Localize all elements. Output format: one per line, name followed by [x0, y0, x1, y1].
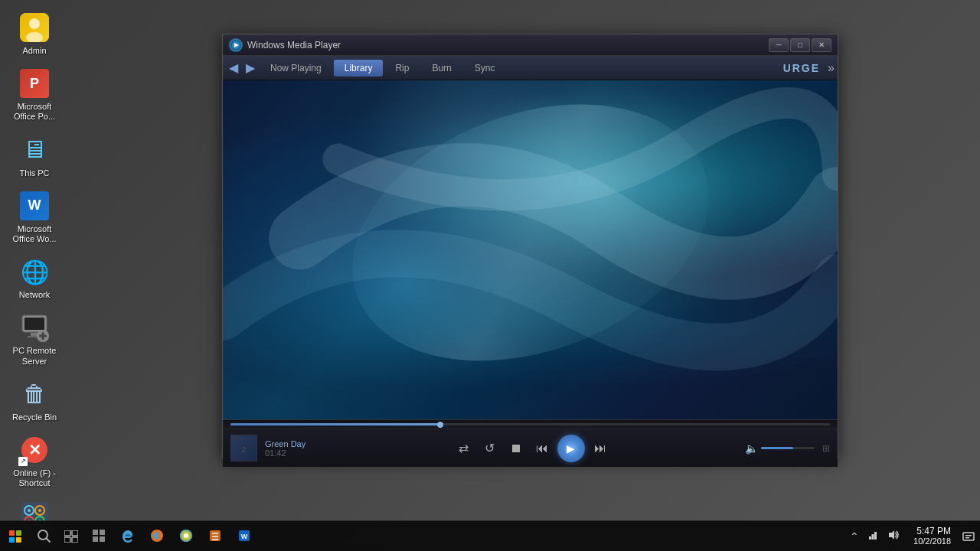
wmp-window-controls: ─ □ ✕	[769, 38, 831, 52]
desktop-icon-network[interactable]: 🌐 Network	[4, 252, 65, 304]
play-button[interactable]: ▶	[557, 435, 585, 462]
aurora-svg	[223, 80, 838, 419]
taskbar-word-button[interactable]: W	[230, 521, 259, 552]
svg-rect-4	[24, 318, 44, 330]
wmp-titlebar: Windows Media Player ─ □ ✕	[223, 34, 838, 56]
recycle-label: Recycle Bin	[12, 412, 57, 422]
desktop-icon-online[interactable]: ✕ ↗ Online (F) - Shortcut	[4, 430, 65, 492]
taskbar-edge-button[interactable]	[113, 521, 142, 552]
start-button[interactable]	[0, 521, 31, 552]
wmp-nav-more[interactable]: »	[828, 61, 835, 75]
taskbar-clock[interactable]: 5:47 PM 10/2/2018	[907, 526, 957, 547]
pcremote-icon	[18, 311, 51, 344]
svg-point-1	[29, 18, 40, 29]
wmp-close-button[interactable]: ✕	[812, 38, 831, 52]
svg-line-27	[46, 538, 50, 542]
taskbar-firefox-button[interactable]	[142, 521, 172, 552]
wmp-visualization	[223, 80, 838, 419]
volume-fill	[761, 447, 793, 449]
wmp-nav-back[interactable]: ◀	[226, 60, 241, 75]
msword-label: Microsoft Office Wo...	[8, 224, 61, 244]
win-quad3	[9, 537, 15, 543]
task-view-button[interactable]	[57, 523, 84, 549]
svg-rect-51	[963, 533, 974, 540]
desktop-icon-pcremote[interactable]: PC Remote Server	[4, 308, 65, 370]
desktop-icon-thispc[interactable]: 🖥 This PC	[4, 130, 65, 182]
admin-icon	[20, 13, 49, 42]
volume-icon[interactable]: 🔈	[745, 442, 758, 455]
bandzip-icon	[208, 529, 222, 543]
svg-rect-42	[212, 533, 218, 534]
online-label: Online (F) - Shortcut	[8, 468, 61, 488]
win-quad1	[9, 530, 15, 536]
svg-rect-9	[42, 332, 44, 340]
recycle-icon: 🗑	[23, 381, 46, 407]
svg-rect-34	[93, 536, 98, 542]
tab-library[interactable]: Library	[334, 60, 384, 77]
clock-date: 10/2/2018	[913, 536, 951, 546]
shuffle-button[interactable]: ⇄	[453, 438, 475, 459]
thispc-icon: 🖥	[22, 135, 47, 164]
wmp-album-art: ♪	[230, 435, 257, 461]
admin-label: Admin	[22, 46, 46, 56]
volume-track[interactable]	[761, 447, 815, 449]
taskbar-bandzip-button[interactable]	[201, 521, 230, 552]
network-label: Network	[19, 290, 50, 300]
wmp-track-info: Green Day 01:42	[265, 439, 326, 458]
tray-arrow-icon[interactable]: ⌃	[848, 529, 861, 544]
pcremote-label: PC Remote Server	[8, 346, 61, 366]
notification-center-button[interactable]	[957, 521, 980, 552]
wmp-track-name: Green Day	[265, 439, 326, 448]
network-icon: 🌐	[21, 259, 49, 285]
taskbar-search-button[interactable]	[31, 523, 57, 549]
store-icon	[92, 529, 106, 543]
prev-button[interactable]: ⏮	[531, 438, 553, 459]
taskbar-tray: ⌃	[841, 527, 907, 545]
powerpoint-label: Microsoft Office Po...	[8, 102, 61, 122]
desktop-icon-admin[interactable]: Admin	[4, 8, 65, 60]
wmp-minimize-button[interactable]: ─	[769, 38, 789, 52]
tab-rip[interactable]: Rip	[384, 60, 420, 77]
wmp-progress-area[interactable]	[223, 419, 838, 429]
next-button[interactable]: ⏭	[590, 438, 611, 459]
thispc-label: This PC	[19, 168, 49, 178]
wmp-progress-fill	[230, 423, 440, 425]
wmp-progress-track[interactable]	[230, 423, 830, 425]
wmp-title-text: Windows Media Player	[247, 40, 341, 51]
svg-rect-44	[212, 539, 218, 540]
powerpoint-icon: P	[20, 69, 49, 98]
chrome-icon	[179, 529, 193, 543]
wmp-controls-bar: ♪ Green Day 01:42 ⇄ ↺ ⏹ ⏮ ▶ ⏭ 🔈 ⊞	[223, 429, 838, 467]
svg-rect-28	[64, 530, 70, 536]
firefox-icon	[150, 529, 164, 543]
svg-rect-43	[212, 536, 218, 537]
taskbar-word-icon: W	[237, 529, 251, 543]
svg-rect-47	[869, 536, 871, 540]
wmp-volume-control: 🔈	[745, 442, 815, 455]
urge-brand[interactable]: URGE	[783, 62, 826, 74]
desktop: Admin P Microsoft Office Po... 🖥 This PC…	[0, 0, 980, 551]
wmp-title-left: Windows Media Player	[229, 38, 341, 52]
tab-sync[interactable]: Sync	[464, 60, 506, 77]
tab-burn[interactable]: Burn	[421, 60, 462, 77]
svg-rect-53	[965, 537, 969, 539]
repeat-button[interactable]: ↺	[479, 438, 501, 459]
tray-network-icon[interactable]	[864, 527, 881, 545]
wmp-maximize-button[interactable]: □	[790, 38, 810, 52]
wmp-nav-forward[interactable]: ▶	[243, 60, 258, 75]
tray-volume-icon[interactable]	[884, 527, 901, 545]
stop-button[interactable]: ⏹	[505, 438, 527, 459]
taskbar-chrome-button[interactable]	[172, 521, 201, 552]
svg-rect-30	[64, 537, 70, 543]
tab-now-playing[interactable]: Now Playing	[260, 60, 332, 77]
windows-logo-icon	[9, 530, 21, 543]
win-quad2	[16, 530, 21, 536]
wmp-progress-handle[interactable]	[437, 422, 443, 428]
taskbar: W ⌃ 5:47 PM	[0, 520, 980, 551]
wmp-miniplayer-button[interactable]: ⊞	[822, 443, 830, 454]
desktop-icon-recycle[interactable]: 🗑 Recycle Bin	[4, 374, 65, 426]
desktop-icon-powerpoint[interactable]: P Microsoft Office Po...	[4, 64, 65, 126]
desktop-icon-msword[interactable]: W Microsoft Office Wo...	[4, 186, 65, 248]
clock-time: 5:47 PM	[916, 526, 951, 536]
taskbar-store-button[interactable]	[84, 521, 113, 552]
